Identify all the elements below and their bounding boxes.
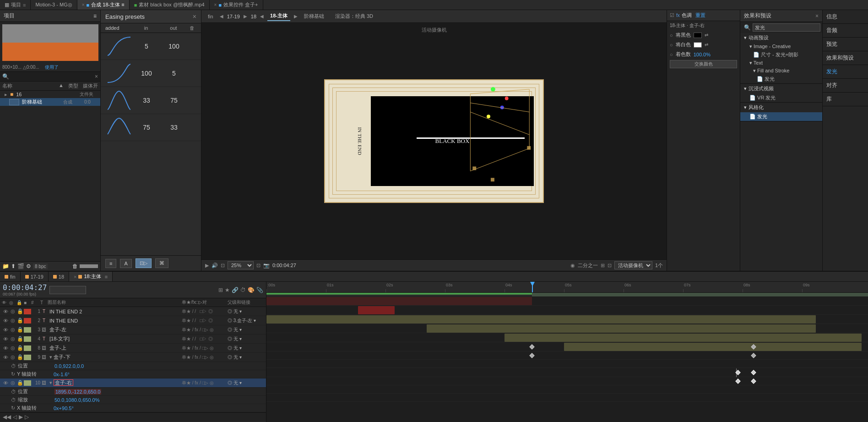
layer-row-10[interactable]: 👁 ◎ 🔒 10 🖼 ▾ 盒子-右 单★ / fx / □▷ ◎ ◎ 无 ▾ [0,378,266,388]
close-tl-icon[interactable]: × [74,274,76,280]
clock-icon-10pos[interactable]: ⏱ [11,389,16,395]
tab-motion3[interactable]: Motion-3 - MG◎ [31,0,77,10]
kf-10pos-1[interactable] [735,378,740,384]
tint-radio[interactable]: ○ [670,52,673,57]
easing-preset-2[interactable]: 100 5 [101,60,201,87]
ease-footer-btn-2[interactable]: A [120,259,131,268]
track-9-block[interactable] [564,343,862,351]
kf-10pos-2[interactable] [751,378,756,384]
fx-text[interactable]: ▾ Text [740,59,822,67]
tab-18-main[interactable]: 18-主体 [267,11,290,21]
layer-row-1[interactable]: 👁 ◎ 🔒 1 T IN THE END 2 单★ / / □▷ ◎ ◎ 无 ▾ [0,307,266,316]
camera-select[interactable]: 活动摄像机 [614,261,652,269]
kf-9-1[interactable] [529,344,534,349]
quality-icon[interactable]: ◉ [570,263,575,269]
ease-footer-btn-3[interactable]: ⊡▷ [136,258,152,268]
kf-9pos-2[interactable] [751,353,756,358]
ease-footer-btn-1[interactable]: ≡ [105,259,116,268]
tab-stairs[interactable]: 阶梯基础 [301,12,327,21]
align-btn[interactable]: 对齐 [823,79,868,93]
fx-image-creative[interactable]: ▾ Image - Creative [740,43,822,50]
tab-footage[interactable]: ■ 素材 black box @惜枫醉.mp4 [130,0,210,10]
close-search-icon[interactable]: × [95,73,98,80]
tl-tab-fin[interactable]: fin [0,272,21,281]
kf-9pos-1[interactable] [529,353,534,358]
track-2-block[interactable] [358,306,395,314]
prev-kf-btn[interactable]: ◁ [13,414,17,420]
immersive-header[interactable]: ▾ 沉浸式视频 [740,84,822,93]
color-arrows-black[interactable]: ⇄ [705,33,708,38]
kf-10-2[interactable] [751,370,756,375]
animation-presets-header[interactable]: ▾ 动画预设 [740,33,822,43]
delete-icon[interactable]: 🗑 [72,263,78,269]
project-menu-btn[interactable]: ≡ [93,13,97,19]
glow-btn[interactable]: 发光 [823,65,868,79]
preview-btn[interactable]: 预览 [823,38,868,51]
fx-glow-stylize[interactable]: 📄 发光 [740,112,822,121]
reset-btn[interactable]: 重置 [695,12,705,19]
fx-fill-stroke[interactable]: ▾ Fill and Stroke [740,67,822,75]
fx-vr-glow[interactable]: 📄 VR 发光 [740,93,822,102]
tl-tab-18main[interactable]: × 18:主体 ≡ [69,272,113,281]
layer-row-2[interactable]: 👁 ◎ 🔒 2 T IN THE END 单★ / / □▷ ◎ ◎ 3.盒子-… [0,316,266,325]
close-icon-comp[interactable]: × [82,2,85,7]
color-radio-white[interactable]: ○ [670,42,673,48]
fx-search-bar[interactable]: 🔍 [740,22,822,33]
track-4-block[interactable] [427,324,816,333]
close-icon-fx[interactable]: × [214,2,217,7]
tl-timecode[interactable]: 0:00:04:27 [3,283,47,292]
layer-row-3[interactable]: 👁 ◎ 🔒 3 🖼 盒子-左 单★ / fx / □▷ ◎ ◎ 无 ▾ [0,325,266,334]
easing-preset-4[interactable]: 75 33 [101,114,201,141]
tl-icon-6[interactable]: 📎 [256,287,263,293]
play-tl-btn[interactable]: ▶ [19,414,23,420]
fx-search-input[interactable] [753,23,820,32]
tl-tab-17-19[interactable]: 17-19 [21,272,49,281]
tl-icon-1[interactable]: ⊞ [218,287,223,293]
snapshot-btn[interactable]: 📷 [263,263,270,269]
ease-footer-btn-4[interactable]: ⌘ [155,258,168,268]
nav-arrow-right3[interactable]: ▶ [294,14,298,19]
prev-frame-btn[interactable]: ◀◀ [3,414,11,420]
tab-comp-main[interactable]: × ■ 合成 18-主体 ≡ [77,0,130,10]
playhead[interactable] [532,282,533,292]
project-search-input[interactable] [11,74,93,79]
color-radio-black[interactable]: ○ [670,33,673,38]
zoom-select[interactable]: 25% 50% 100% [228,261,254,269]
nav-arrow-left[interactable]: ◀ [220,14,223,19]
project-item-comp[interactable]: 阶梯基础 合成 0:0 [0,98,100,106]
snap-icon[interactable]: ⊞ [601,263,605,269]
layer-row-8[interactable]: 👁 ◎ 🔒 8 🖼 盒子-上 单★ / fx / □▷ ◎ ◎ 无 ▾ [0,344,266,353]
comp-settings-icon[interactable]: ⚙ [26,263,31,269]
white-swatch[interactable] [694,42,702,48]
track-3-block[interactable] [266,315,816,323]
new-folder-icon[interactable]: 📁 [2,263,9,269]
nav-arrow-right[interactable]: ▶ [244,14,247,19]
black-swatch[interactable] [694,33,702,38]
fx-size-glow[interactable]: 📄 尺寸 - 发光+朗影 [740,50,822,59]
next-kf-btn[interactable]: ▷ [25,414,29,420]
tl-icon-2[interactable]: ★ [225,287,230,293]
audio-btn[interactable]: 🔊 [212,263,218,269]
track-1-block[interactable] [266,297,532,305]
clock-icon-9pos[interactable]: ⏱ [11,363,16,369]
tint-value[interactable]: 100.0% [694,52,711,57]
audio-btn-info[interactable]: 音频 [823,24,868,38]
tl-search-input[interactable] [49,286,86,294]
easing-close-btn[interactable]: × [193,13,196,20]
swap-colors-btn[interactable]: 交换颜色 [670,60,737,68]
play-btn[interactable]: ▶ [205,263,209,269]
import-icon[interactable]: ⬆ [11,263,16,269]
effects-close-btn[interactable]: × [815,13,819,19]
tab-project[interactable]: ▦ 项目 ≡ [0,0,31,10]
color-arrows-white[interactable]: ⇄ [705,42,708,47]
tl-tab-18[interactable]: 18 [49,272,69,281]
layer-row-9[interactable]: 👁 ◎ 🔒 9 🖼 ▾ 盒子-下 单★ / fx / □▷ ◎ ◎ 无 ▾ [0,353,266,362]
effects-btn[interactable]: 效果和预设 [823,51,868,65]
tl-icon-3[interactable]: 🔗 [232,287,239,293]
library-btn[interactable]: 库 [823,93,868,106]
nav-arrow-right2[interactable]: ◀ [260,14,264,19]
fx-checkbox[interactable]: ☑ [670,12,674,18]
clock-icon-10scale[interactable]: ⏱ [11,397,16,403]
info-btn[interactable]: 信息 [823,10,868,24]
tl-icon-5[interactable]: 🎨 [248,287,255,293]
